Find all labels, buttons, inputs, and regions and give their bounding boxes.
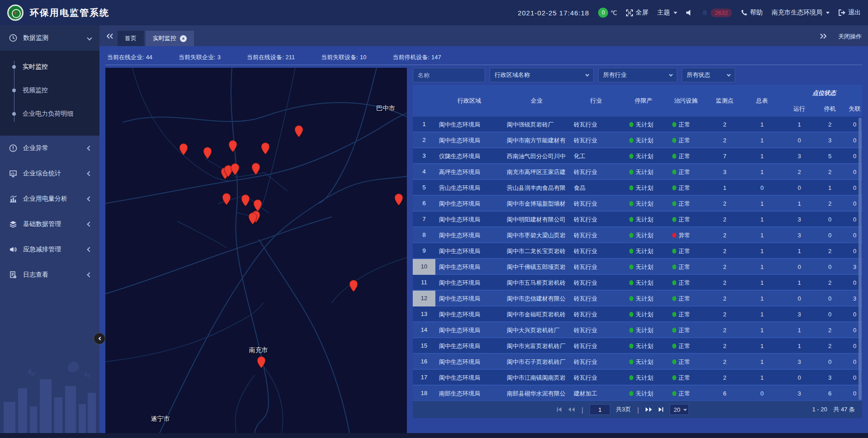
table-row[interactable]: 16阆中生态环境局阆中市石子页岩机砖厂砖瓦行业无计划正常21300 <box>413 354 862 370</box>
sidebar-collapse-button[interactable] <box>94 333 105 344</box>
org-dropdown[interactable]: 南充市生态环境局 <box>772 9 830 17</box>
name-filter-input[interactable] <box>413 68 485 82</box>
map-pin-icon[interactable] <box>251 163 260 175</box>
table-row[interactable]: 3仪陇生态环境局西南油气田分公司川中化工无计划正常71350 <box>413 148 862 164</box>
close-operations-button[interactable]: 关闭操作 <box>838 33 862 41</box>
status-dot-icon <box>629 264 633 269</box>
sidebar-item-实时监控[interactable]: 实时监控 <box>0 55 99 79</box>
cell-monitor-count: 6 <box>707 390 743 397</box>
map-pin-icon[interactable] <box>229 140 237 152</box>
stats-bar: 当前在线企业:44当前失联企业:3当前在线设备:211当前失联设备:10当前停机… <box>105 50 862 65</box>
table-row[interactable]: 15阆中生态环境局阆中市光富页岩机砖厂砖瓦行业无计划正常21120 <box>413 338 862 354</box>
table-row[interactable]: 5营山生态环境局营山县润丰肉食品有限食品无计划正常10010 <box>413 180 862 196</box>
table-row[interactable]: 17阆中生态环境局阆中市江南镇阆南页岩砖瓦行业无计划正常21030 <box>413 370 862 386</box>
sidebar-section-日志查看[interactable]: 日志查看 <box>0 262 99 287</box>
stat-value: 147 <box>431 54 441 61</box>
map-city-label-巴中市: 巴中市 <box>376 104 395 113</box>
next-page-icon[interactable] <box>645 407 652 412</box>
sidebar-menu: 数据监测实时监控视频监控企业电力负荷明细企业异常企业综合统计企业用电量分析基础数… <box>0 25 99 287</box>
table-row[interactable]: 2阆中生态环境局阆中市南方节能建材有砖瓦行业无计划正常21030 <box>413 132 862 148</box>
status-dot-icon <box>672 375 676 380</box>
map-pin-icon[interactable] <box>349 280 358 292</box>
cell-facility-status: 正常 <box>665 137 707 145</box>
fullscreen-button[interactable]: 全屏 <box>626 9 648 17</box>
cell-stop-status: 无计划 <box>622 390 665 398</box>
cell-meter-count: 1 <box>743 169 781 175</box>
sidebar-section-企业异常[interactable]: 企业异常 <box>0 136 99 161</box>
notification-count-badge: 2632 <box>711 9 732 17</box>
stat-label: 当前失联设备: <box>321 54 358 61</box>
map-pin-icon[interactable] <box>231 163 239 175</box>
chevron-left-icon <box>87 272 92 277</box>
map-pin-icon[interactable] <box>241 194 250 207</box>
map[interactable]: 巴中市南充市遂宁市 <box>105 68 407 433</box>
prev-page-icon[interactable] <box>568 407 575 412</box>
table-row[interactable]: 14阆中生态环境局阆中大兴页岩机砖厂砖瓦行业无计划正常21120 <box>413 322 862 338</box>
cell-region: 阆中生态环境局 <box>435 311 503 319</box>
mute-speaker-button[interactable] <box>686 9 693 16</box>
table-row[interactable]: 7阆中生态环境局阆中明阳建材有限公司砖瓦行业无计划正常21300 <box>413 212 862 227</box>
sidebar-section-基础数据管理[interactable]: 基础数据管理 <box>0 212 99 237</box>
cell-meter-count: 1 <box>743 358 781 365</box>
table-row[interactable]: 12阆中生态环境局阆中市忠信建材有限公砖瓦行业无计划正常21003 <box>413 291 862 306</box>
cell-shutdown-count: 2 <box>817 343 842 349</box>
cell-region: 高坪生态环境局 <box>435 168 503 176</box>
map-pin-icon[interactable] <box>261 142 270 155</box>
table-scrollbar[interactable] <box>859 118 862 400</box>
tab-实时监控[interactable]: 实时监控× <box>146 31 194 46</box>
page-size-select[interactable]: 20 <box>670 404 689 415</box>
sidebar-item-企业电力负荷明细[interactable]: 企业电力负荷明细 <box>0 102 99 126</box>
cell-meter-count: 1 <box>743 248 781 254</box>
map-pin-icon[interactable] <box>203 147 212 159</box>
map-pin-icon[interactable] <box>253 199 262 212</box>
sidebar-section-企业综合统计[interactable]: 企业综合统计 <box>0 161 99 186</box>
cell-shutdown-count: 3 <box>817 374 842 381</box>
map-pin-icon[interactable] <box>179 143 188 155</box>
table-row[interactable]: 10阆中生态环境局阆中千佛镇五郎垭页岩砖瓦行业无计划正常21003 <box>413 259 862 275</box>
cell-facility-status: 正常 <box>665 358 707 366</box>
tab-首页[interactable]: 首页 <box>118 31 144 46</box>
table-row[interactable]: 1阆中生态环境局阆中强锐页岩砖厂砖瓦行业无计划正常21120 <box>413 117 862 132</box>
status-filter-select[interactable]: 所有状态 <box>682 68 735 82</box>
table-row[interactable]: 13阆中生态环境局阆中市金福旺页岩机砖砖瓦行业无计划正常21300 <box>413 306 862 322</box>
row-index: 5 <box>413 180 435 196</box>
table-row[interactable]: 6阆中生态环境局阆中市金博瑞新型墙材砖瓦行业无计划正常21120 <box>413 196 862 212</box>
bar-chart-icon <box>9 195 17 203</box>
notification-widget[interactable]: 2632 <box>702 9 732 17</box>
status-dot-icon <box>629 201 633 206</box>
region-filter-select[interactable]: 行政区域名称 <box>490 68 594 82</box>
status-dot-icon <box>629 170 633 174</box>
table-row[interactable]: 11阆中生态环境局阆中市五马桥页岩机砖砖瓦行业无计划正常21120 <box>413 275 862 291</box>
help-button[interactable]: 帮助 <box>741 9 763 17</box>
map-pin-icon[interactable] <box>222 193 231 205</box>
last-page-icon[interactable] <box>658 407 664 412</box>
logout-button[interactable]: 退出 <box>839 9 861 17</box>
map-pin-icon[interactable] <box>394 193 403 206</box>
main-content: 当前在线企业:44当前失联企业:3当前在线设备:211当前失联设备:10当前停机… <box>99 46 868 438</box>
theme-dropdown[interactable]: 主题 <box>657 9 677 17</box>
cell-meter-count: 1 <box>743 200 781 207</box>
tab-close-icon[interactable]: × <box>180 35 187 42</box>
tab-scroll-right-icon[interactable] <box>820 33 826 41</box>
sidebar-section-应急减排管理[interactable]: 应急减排管理 <box>0 237 99 262</box>
first-page-icon[interactable] <box>556 407 562 412</box>
col-header-meter: 总表 <box>743 97 781 105</box>
tab-scroll-left-icon[interactable] <box>107 33 113 41</box>
sidebar-item-视频监控[interactable]: 视频监控 <box>0 79 99 102</box>
map-pin-icon[interactable] <box>257 356 265 368</box>
map-pin-icon[interactable] <box>249 212 257 225</box>
page-number-input[interactable] <box>590 404 610 415</box>
status-dot-icon <box>629 138 633 143</box>
table-row[interactable]: 9阆中生态环境局阆中市二龙长宝页岩砖砖瓦行业无计划正常21120 <box>413 243 862 259</box>
cell-shutdown-count: 0 <box>817 264 842 270</box>
cell-region: 营山生态环境局 <box>435 184 503 192</box>
cell-region: 阆中生态环境局 <box>435 231 503 240</box>
map-pin-icon[interactable] <box>295 125 303 137</box>
table-row[interactable]: 8阆中生态环境局阆中市枣碧大梁山页岩砖瓦行业无计划异常21300 <box>413 227 862 243</box>
table-row[interactable]: 18南部生态环境局南部县砌华水泥有限公建材加工无计划正常60360 <box>413 386 862 401</box>
sidebar-section-数据监测[interactable]: 数据监测 <box>0 25 99 51</box>
table-row[interactable]: 4高坪生态环境局南充市高坪区王家店建砖瓦行业无计划正常31220 <box>413 164 862 180</box>
industry-filter-select[interactable]: 所有行业 <box>598 68 677 82</box>
pagination-summary: 1 - 20 共 47 条 <box>807 405 855 414</box>
sidebar-section-企业用电量分析[interactable]: 企业用电量分析 <box>0 186 99 212</box>
